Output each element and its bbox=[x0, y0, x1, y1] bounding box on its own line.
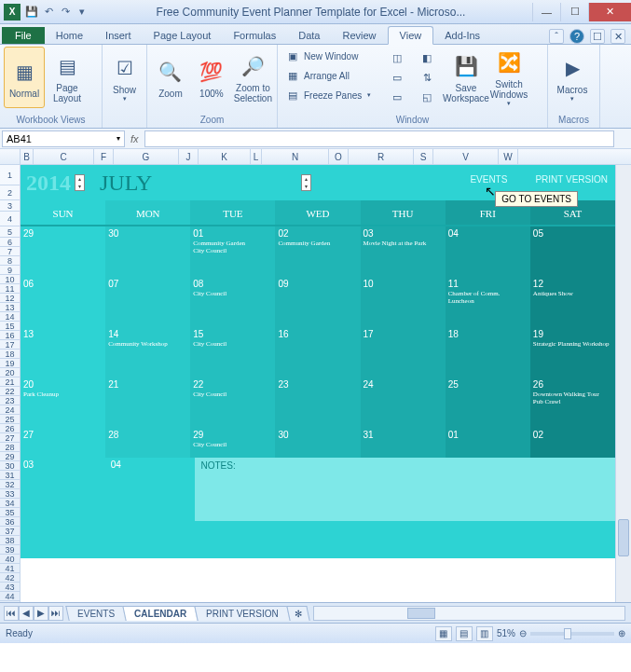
row-header[interactable]: 34 bbox=[0, 499, 20, 508]
calendar-cell[interactable]: 01 bbox=[446, 428, 530, 458]
name-box[interactable]: AB41▾ bbox=[2, 130, 125, 147]
calendar-cell[interactable]: 13 bbox=[21, 327, 105, 377]
calendar-cell[interactable]: 06 bbox=[21, 277, 105, 327]
calendar-cell[interactable]: 02 bbox=[530, 428, 615, 458]
column-header[interactable]: C bbox=[34, 149, 94, 164]
row-header[interactable]: 25 bbox=[0, 415, 20, 424]
row-header[interactable]: 35 bbox=[0, 508, 20, 517]
calendar-cell[interactable]: 02Community Garden bbox=[275, 226, 360, 277]
year-spinner[interactable]: ▴▾ bbox=[75, 174, 85, 191]
calendar-cell[interactable]: 19Strategic Planning Workshop bbox=[530, 327, 615, 377]
row-header[interactable]: 10 bbox=[0, 275, 20, 284]
zoom-slider-handle[interactable] bbox=[564, 628, 571, 639]
tab-page-layout[interactable]: Page Layout bbox=[143, 27, 223, 44]
calendar-cell[interactable]: 22City Council bbox=[190, 377, 275, 428]
next-sheet-icon[interactable]: ▶ bbox=[34, 606, 48, 621]
row-header[interactable]: 4 bbox=[0, 212, 20, 226]
row-header[interactable]: 9 bbox=[0, 266, 20, 275]
calendar-cell[interactable]: 30 bbox=[275, 428, 360, 458]
freeze-panes-button[interactable]: ▤Freeze Panes▾ bbox=[281, 86, 384, 104]
row-header[interactable]: 27 bbox=[0, 433, 20, 443]
scrollbar-thumb[interactable] bbox=[618, 519, 629, 556]
tab-data[interactable]: Data bbox=[287, 27, 331, 44]
redo-icon[interactable]: ↷ bbox=[58, 5, 73, 20]
column-header[interactable]: K bbox=[199, 149, 251, 164]
row-header[interactable]: 2 bbox=[0, 185, 20, 200]
column-header[interactable]: J bbox=[179, 149, 199, 164]
column-header[interactable]: V bbox=[433, 149, 499, 164]
sheet-tab-events[interactable]: EVENTS bbox=[65, 606, 126, 621]
normal-view-icon[interactable]: ▦ bbox=[435, 626, 452, 641]
month-spinner[interactable]: ▴▾ bbox=[301, 174, 311, 191]
select-all-corner[interactable] bbox=[0, 149, 21, 164]
save-workspace-button[interactable]: 💾Save Workspace bbox=[446, 47, 487, 108]
tab-formulas[interactable]: Formulas bbox=[222, 27, 287, 44]
file-tab[interactable]: File bbox=[2, 27, 45, 44]
tab-view[interactable]: View bbox=[388, 26, 434, 45]
calendar-cell[interactable]: 27 bbox=[21, 428, 105, 458]
tab-review[interactable]: Review bbox=[331, 27, 387, 44]
calendar-cell[interactable]: 20Park Cleanup bbox=[21, 377, 105, 428]
new-sheet-button[interactable]: ✻ bbox=[286, 606, 309, 621]
calendar-cell[interactable]: 04 bbox=[446, 226, 530, 277]
vertical-scrollbar[interactable] bbox=[615, 165, 631, 602]
row-header[interactable]: 44 bbox=[0, 592, 20, 601]
notes-area[interactable]: NOTES: bbox=[195, 458, 615, 521]
row-header[interactable]: 1 bbox=[0, 165, 20, 185]
column-header[interactable]: O bbox=[329, 149, 349, 164]
calendar-cell[interactable]: 23 bbox=[275, 377, 360, 428]
unhide-button[interactable]: ▭ bbox=[386, 88, 414, 106]
row-header[interactable]: 5 bbox=[0, 226, 20, 238]
column-header[interactable]: S bbox=[414, 149, 433, 164]
row-header[interactable]: 29 bbox=[0, 452, 20, 461]
calendar-cell[interactable]: 10 bbox=[361, 277, 446, 327]
prev-sheet-icon[interactable]: ◀ bbox=[19, 606, 34, 621]
row-header[interactable]: 26 bbox=[0, 424, 20, 433]
row-header[interactable]: 12 bbox=[0, 294, 20, 303]
row-header[interactable]: 14 bbox=[0, 312, 20, 322]
row-header[interactable]: 11 bbox=[0, 284, 20, 294]
row-header[interactable]: 41 bbox=[0, 564, 20, 573]
row-header[interactable]: 13 bbox=[0, 303, 20, 312]
row-header[interactable]: 33 bbox=[0, 489, 20, 499]
calendar-cell[interactable]: 15City Council bbox=[190, 327, 275, 377]
maximize-button[interactable]: ☐ bbox=[560, 3, 588, 21]
row-header[interactable]: 30 bbox=[0, 461, 20, 471]
zoom-100-button[interactable]: 💯100% bbox=[192, 47, 231, 108]
horizontal-scrollbar[interactable] bbox=[313, 606, 625, 621]
row-header[interactable]: 32 bbox=[0, 480, 20, 489]
row-header[interactable]: 39 bbox=[0, 545, 20, 555]
column-header[interactable]: L bbox=[251, 149, 262, 164]
chevron-down-icon[interactable]: ▾ bbox=[117, 134, 120, 143]
calendar-cell[interactable]: 29 bbox=[21, 226, 105, 277]
zoom-selection-button[interactable]: 🔎Zoom to Selection bbox=[233, 47, 273, 108]
calendar-cell[interactable]: 31 bbox=[361, 428, 446, 458]
row-header[interactable]: 37 bbox=[0, 527, 20, 536]
row-header[interactable]: 19 bbox=[0, 359, 20, 368]
row-header[interactable]: 7 bbox=[0, 247, 20, 256]
split-button[interactable]: ◫ bbox=[386, 48, 414, 67]
calendar-cell[interactable]: 16 bbox=[275, 327, 360, 377]
calendar-cell[interactable]: 09 bbox=[275, 277, 360, 327]
calendar-cell[interactable]: 26Downtown Walking TourPub Crawl bbox=[530, 377, 615, 428]
switch-windows-button[interactable]: 🔀Switch Windows▾ bbox=[488, 47, 529, 108]
row-header[interactable]: 23 bbox=[0, 396, 20, 405]
tab-home[interactable]: Home bbox=[45, 27, 94, 44]
page-break-view-icon[interactable]: ▥ bbox=[476, 626, 493, 641]
column-header[interactable]: W bbox=[499, 149, 518, 164]
restore-window-icon[interactable]: ☐ bbox=[590, 29, 605, 44]
calendar-cell[interactable]: 11Chamber of Comm. Luncheon bbox=[446, 277, 530, 327]
calendar-cell[interactable]: 03Movie Night at the Park bbox=[361, 226, 446, 277]
calendar-cell[interactable]: 24 bbox=[361, 377, 446, 428]
row-header[interactable]: 42 bbox=[0, 573, 20, 583]
fx-label[interactable]: fx bbox=[125, 133, 144, 144]
close-workbook-icon[interactable]: ✕ bbox=[610, 29, 625, 44]
save-icon[interactable]: 💾 bbox=[24, 5, 39, 20]
row-header[interactable]: 31 bbox=[0, 471, 20, 480]
row-header[interactable]: 38 bbox=[0, 536, 20, 545]
row-header[interactable]: 20 bbox=[0, 368, 20, 377]
arrange-all-button[interactable]: ▦Arrange All bbox=[281, 66, 384, 85]
column-header[interactable]: R bbox=[349, 149, 414, 164]
calendar-cell[interactable]: 12Antiques Show bbox=[530, 277, 615, 327]
column-header[interactable]: F bbox=[94, 149, 114, 164]
